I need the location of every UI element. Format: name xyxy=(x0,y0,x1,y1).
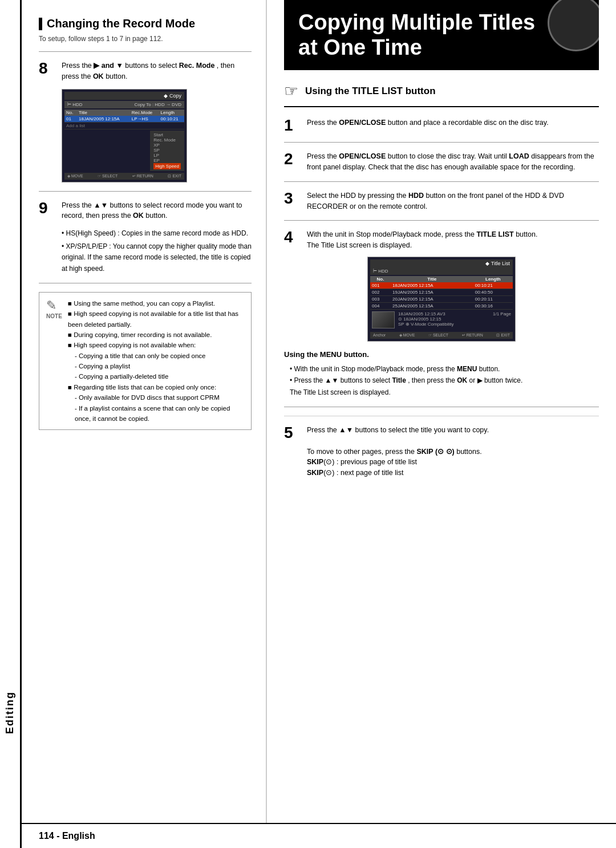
ss2-header: ◆ Title List xyxy=(370,259,513,267)
step-3-hdd: HDD xyxy=(408,192,424,200)
ss1-col-length: Length xyxy=(159,109,184,116)
ss1-menu-xp: XP xyxy=(153,143,181,148)
step-5-buttons: buttons. xyxy=(456,448,481,456)
step-4-desc: The Title List screen is displayed. xyxy=(307,241,412,249)
menu-button-heading: Using the MENU button. xyxy=(284,350,599,359)
ss2-row-3: 003 20JAN/2005 12:15A 00:20:11 xyxy=(370,295,513,302)
ss2-footer: Anchor ◈ MOVE ☞ SELECT ↵ RETURN ⊡ EXIT xyxy=(370,332,513,339)
right-column: Copying Multiple Titles at One Time ☞ Us… xyxy=(267,0,616,823)
ss2-info1: 18JAN/2005 12:15 AV3 xyxy=(398,311,454,317)
step-1-text: Press the xyxy=(307,119,339,127)
step-2-content: Press the OPEN/CLOSE button to close the… xyxy=(307,151,599,173)
ss2-compat: SP ⊕ V-Mode Compatibility xyxy=(398,322,454,327)
main-title: Copying Multiple Titles at One Time xyxy=(298,10,585,60)
step-8-number: 8 xyxy=(39,60,57,76)
ss2-col-length: Length xyxy=(473,276,513,282)
ss1-table: No. Title Rec.Mode Length 01 18JAN/2005 … xyxy=(64,109,184,129)
step-5-content: Press the ▲▼ buttons to select the title… xyxy=(307,425,599,478)
ss1-footer: ◈ MOVE ☞ SELECT ↵ RETURN ⊡ EXIT xyxy=(64,173,184,180)
divider-r2 xyxy=(284,181,599,182)
step-4-num: 4 xyxy=(284,229,302,245)
screenshot-2: ◆ Title List ⊢ HDD No. Title Length 001 … xyxy=(367,257,516,342)
ss2-row2-title: 19JAN/2005 12:15A xyxy=(391,289,473,295)
ss1-title: 18JAN/2005 12:15A xyxy=(77,116,130,123)
ss1-col-no: No. xyxy=(64,109,77,116)
step-5-row: 5 Press the ▲▼ buttons to select the tit… xyxy=(284,425,599,478)
note-content: ■ Using the same method, you can copy a … xyxy=(68,298,244,424)
menu-note-1-end: button. xyxy=(479,365,500,373)
step-8-text-before: Press the xyxy=(62,62,92,70)
ss2-header-row: No. Title Length xyxy=(370,276,513,282)
ss1-col-title: Title xyxy=(77,109,130,116)
ss2-row3-length: 00:20:11 xyxy=(473,295,513,302)
step-3-content: Select the HDD by pressing the HDD butto… xyxy=(307,190,599,212)
note-item-4: ■ High speed copying is not available wh… xyxy=(68,340,244,350)
ss1-nav-left: ⊢ HDD xyxy=(67,102,83,107)
sidebar: Editing xyxy=(0,0,22,848)
section-title-text: Changing the Record Mode xyxy=(47,17,195,30)
step-2-row: 2 Press the OPEN/CLOSE button to close t… xyxy=(284,151,599,173)
ss1-add-row: Add a list xyxy=(64,122,184,129)
ss2-row4-title: 25JAN/2005 12:15A xyxy=(391,302,473,309)
right-header-inner: Copying Multiple Titles at One Time xyxy=(298,10,585,60)
right-header: Copying Multiple Titles at One Time xyxy=(284,0,599,70)
ss2-row1-title: 18JAN/2005 12:15A xyxy=(391,282,473,289)
main-content: Changing the Record Mode To setup, follo… xyxy=(22,0,616,848)
footer-page-num: 114 - English xyxy=(39,831,95,841)
ss2-row3-title: 20JAN/2005 12:15A xyxy=(391,295,473,302)
bullet-hs: • HS(High Speed) : Copies in the same re… xyxy=(62,228,252,239)
ss2-col-title: Title xyxy=(391,276,473,282)
title-bar-icon xyxy=(39,18,42,30)
menu-note-1-text: With the unit in Stop mode/Playback mode… xyxy=(294,365,457,373)
ss2-row-4: 004 25JAN/2005 12:15A 00:30:16 xyxy=(370,302,513,309)
step-9-row: 9 Press the ▲▼ buttons to select record … xyxy=(39,200,252,222)
step-2-bold1: OPEN/CLOSE xyxy=(339,152,386,160)
step-5-skip: SKIP (⊙ ⊙) xyxy=(416,448,454,456)
ss1-nav-right: Copy To : HDD → DVD xyxy=(134,102,181,107)
ss2-row4-length: 00:30:16 xyxy=(473,302,513,309)
step-9-content: Press the ▲▼ buttons to select record mo… xyxy=(62,200,252,222)
ss2-exit: ⊡ EXIT xyxy=(496,333,510,338)
note-pencil-icon: ✎ xyxy=(46,298,62,313)
divider-r3 xyxy=(284,220,599,221)
ss2-row1-no: 001 xyxy=(370,282,391,289)
ss2-thumb-section: 18JAN/2005 12:15 AV3 ⊙ 18JAN/2005 12:15 … xyxy=(370,310,513,330)
ss1-menu-start: Start xyxy=(153,132,181,137)
menu-note-2-desc: The Title List screen is displayed. xyxy=(290,388,391,396)
menu-note-2-ok: OK xyxy=(457,376,467,384)
step-4-content: With the unit in Stop mode/Playback mode… xyxy=(307,229,599,251)
hand-icon: ☞ xyxy=(284,82,298,100)
step-4-button: button. xyxy=(516,230,537,238)
note-sub-3: - Copying a partially-deleted title xyxy=(75,371,244,382)
note-sub-1: - Copying a title that can only be copie… xyxy=(75,351,244,361)
ss1-footer-return: ↵ RETURN xyxy=(132,174,153,178)
section-title: Changing the Record Mode xyxy=(39,17,252,30)
ss1-col-recmode: Rec.Mode xyxy=(130,109,159,116)
divider-2 xyxy=(39,191,252,192)
step-5-num: 5 xyxy=(284,425,302,441)
note-item-3: ■ During copying, timer recording is not… xyxy=(68,330,244,340)
ss2-select: ☞ SELECT xyxy=(428,333,448,338)
menu-note-2-text: Press the ▲▼ buttons to select xyxy=(294,376,392,384)
step-4-text: With the unit in Stop mode/Playback mode… xyxy=(307,230,476,238)
ss2-row-1: 001 18JAN/2005 12:15A 00:10:21 xyxy=(370,282,513,289)
step-8-content: Press the ▶ and ▼ buttons to select Rec.… xyxy=(62,60,252,82)
note-item-5: ■ Regarding title lists that can be copi… xyxy=(68,382,244,392)
step-9-ok: OK xyxy=(133,212,144,220)
page-footer: 114 - English xyxy=(22,823,616,848)
step-2-text2: button to close the disc tray. Wait unti… xyxy=(388,152,509,160)
ss2-info2: ⊙ 18JAN/2005 12:15 xyxy=(398,317,454,322)
ss2-info: 18JAN/2005 12:15 AV3 ⊙ 18JAN/2005 12:15 … xyxy=(398,311,454,327)
ss2-row2-no: 002 xyxy=(370,289,391,295)
ss2-anchor: Anchor xyxy=(373,333,386,338)
note-icon-section: ✎ NOTE xyxy=(46,298,62,319)
ss2-row2-length: 00:40:50 xyxy=(473,289,513,295)
feature-heading-text: Using the TITLE LIST button xyxy=(305,86,436,97)
menu-note-2-mid: , then press the xyxy=(408,376,457,384)
note-label: NOTE xyxy=(46,313,62,319)
bullet-xp: • XP/SP/LP/EP : You cannot copy the high… xyxy=(62,241,252,274)
divider-3 xyxy=(39,283,252,283)
ss1-no: 01 xyxy=(64,116,77,123)
ss1-header: ◆ Copy xyxy=(64,92,184,100)
step-4-row: 4 With the unit in Stop mode/Playback mo… xyxy=(284,229,599,251)
